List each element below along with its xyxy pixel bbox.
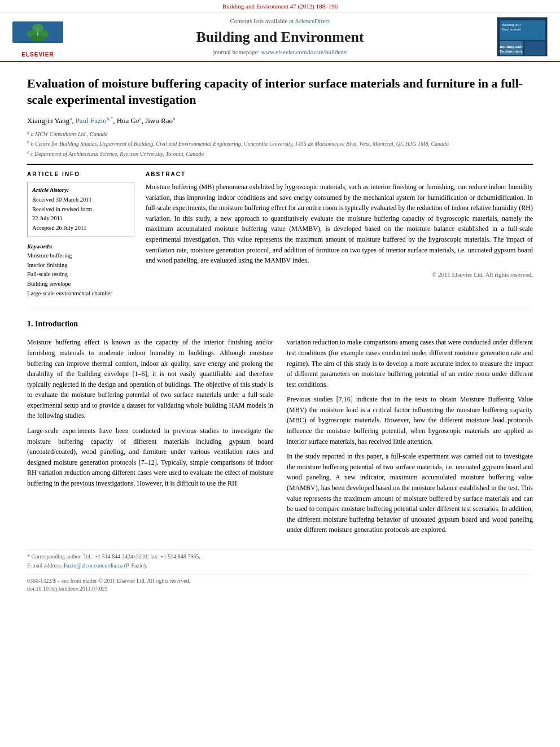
citation-text: Building and Environment 47 (2012) 188–1…: [222, 3, 338, 10]
abstract-text: Moisture buffering (MB) phenomena exhibi…: [146, 182, 533, 266]
footer-email[interactable]: Fazio@alcor.concordia.ca: [64, 562, 123, 569]
sciencedirect-link[interactable]: ScienceDirect: [295, 18, 330, 24]
author-paul: Paul Fazio: [76, 116, 107, 125]
author-sup-b2: b: [173, 116, 176, 121]
introduction-section: 1. Introduction Moisture buffering effec…: [27, 318, 533, 540]
svg-rect-10: [524, 41, 545, 55]
keyword-3: Full-scale testing: [27, 270, 134, 279]
sciencedirect-line: Contents lists available at ScienceDirec…: [75, 17, 485, 25]
journal-cover-image: Building and Environment Building andEnv…: [497, 17, 548, 56]
history-label: Article history:: [32, 186, 129, 195]
email-label: E-mail address:: [27, 562, 62, 569]
received-revised-label: Received in revised form: [32, 205, 129, 215]
copyright-line: © 2011 Elsevier Ltd. All rights reserved…: [146, 270, 533, 279]
svg-text:Environment: Environment: [502, 28, 521, 31]
article-footer: * Corresponding author. Tel.: +1 514 844…: [27, 549, 533, 593]
affil-a: a a MCW Consultants Ltd., Canada: [27, 129, 533, 138]
keyword-1: Moisture buffering: [27, 251, 134, 261]
email-line: E-mail address: Fazio@alcor.concordia.ca…: [27, 562, 533, 570]
journal-cover-area: Building and Environment Building andEnv…: [491, 17, 553, 56]
abstract-heading: ABSTRACT: [146, 171, 533, 178]
article-title: Evaluation of moisture buffering capacit…: [27, 76, 533, 108]
author-hua: Hua Ge: [117, 116, 139, 125]
elsevier-logo: ELSEVIER: [12, 21, 63, 53]
title-divider: [27, 164, 533, 165]
article-history-box: Article history: Received 30 March 2011 …: [27, 182, 134, 237]
elsevier-logo-area: ELSEVIER: [7, 21, 69, 53]
corresponding-note: * Corresponding author. Tel.: +1 514 844…: [27, 553, 533, 561]
main-content: Evaluation of moisture buffering capacit…: [0, 62, 560, 604]
sciencedirect-prefix: Contents lists available at: [230, 18, 295, 24]
section1-heading: Introduction: [35, 320, 78, 328]
body-col2-para2: Previous studies [7,16] indicate that in…: [287, 394, 533, 447]
body-col-1: Moisture buffering effect is known as th…: [27, 337, 273, 540]
section-divider: [27, 308, 533, 308]
body-col1-para1: Moisture buffering effect is known as th…: [27, 337, 273, 421]
elsevier-wordmark: ELSEVIER: [12, 51, 63, 59]
journal-header: ELSEVIER Contents lists available at Sci…: [0, 12, 560, 62]
affil-c: c c Department of Architectural Science,…: [27, 149, 533, 158]
cover-text: Building andEnvironment: [500, 45, 522, 54]
homepage-prefix: journal homepage:: [213, 49, 261, 55]
keyword-5: Large-scale environmental chamber: [27, 289, 134, 299]
keywords-label: Keywords:: [27, 243, 134, 251]
journal-homepage: journal homepage: www.elsevier.com/locat…: [75, 48, 485, 56]
authors-line: Xiangjin Yanga, Paul Faziob,*, Hua Gec, …: [27, 115, 533, 126]
abstract-col: ABSTRACT Moisture buffering (MB) phenome…: [146, 171, 533, 299]
article-info-col: ARTICLE INFO Article history: Received 3…: [27, 171, 134, 299]
journal-title: Building and Environment: [75, 28, 485, 46]
doi-line: doi:10.1016/j.buildenv.2011.07.025: [27, 585, 533, 593]
affil-b: b b Centre for Building Studies, Departm…: [27, 139, 533, 148]
author-xiangjin: Xiangjin Yang: [27, 116, 69, 125]
citation-bar: Building and Environment 47 (2012) 188–1…: [0, 0, 560, 12]
email-suffix: (P. Fazio).: [124, 562, 147, 569]
homepage-link[interactable]: www.elsevier.com/locate/buildenv: [261, 49, 347, 55]
body-col2-para1: variation reduction to make comparisons …: [287, 337, 533, 390]
section1-number: 1.: [27, 320, 33, 328]
section1-title: 1. Introduction: [27, 318, 533, 330]
body-col2-para3: In the study reported in this paper, a f…: [287, 451, 533, 535]
svg-point-6: [36, 35, 45, 42]
keyword-4: Building envelope: [27, 279, 134, 289]
author-sup-a: a: [69, 116, 72, 121]
body-col1-para2: Large-scale experiments have been conduc…: [27, 426, 273, 489]
footer-bottom: 0360-1323/$ – see front matter © 2011 El…: [27, 574, 533, 593]
svg-text:Building and: Building and: [502, 23, 520, 27]
keyword-2: Interior finishing: [27, 261, 134, 270]
body-col-2: variation reduction to make comparisons …: [287, 337, 533, 540]
article-info-heading: ARTICLE INFO: [27, 171, 134, 178]
info-abstract-section: ARTICLE INFO Article history: Received 3…: [27, 171, 533, 299]
author-jiwu: Jiwu Rao: [145, 116, 173, 125]
author-sup-c: c: [139, 116, 142, 121]
revised-date: 22 July 2011: [32, 214, 129, 224]
accepted-line: Accepted 26 July 2011: [32, 224, 129, 233]
received-line: Received 30 March 2011: [32, 195, 129, 205]
elsevier-logo-svg: [12, 21, 63, 47]
affiliations: a a MCW Consultants Ltd., Canada b b Cen…: [27, 129, 533, 158]
author-sup-b1: b,*: [107, 116, 113, 121]
issn-line: 0360-1323/$ – see front matter © 2011 El…: [27, 577, 533, 585]
header-center: Contents lists available at ScienceDirec…: [69, 17, 491, 56]
keywords-section: Keywords: Moisture buffering Interior fi…: [27, 243, 134, 299]
body-two-col: Moisture buffering effect is known as th…: [27, 337, 533, 540]
